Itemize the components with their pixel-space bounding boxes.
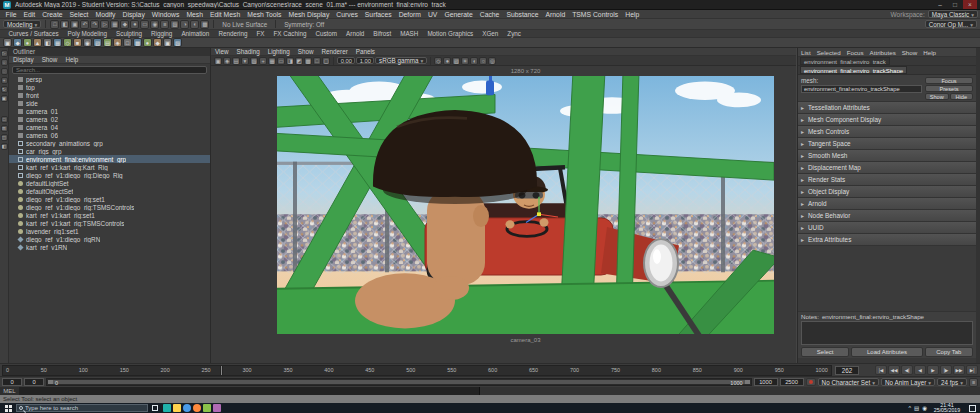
select-button[interactable]: Select [801, 347, 849, 357]
attribute-section-header[interactable]: Tangent Space [798, 138, 976, 150]
range-handle-right[interactable] [745, 380, 750, 384]
menu-item[interactable]: Edit Mesh [207, 11, 244, 18]
task-view-icon[interactable] [150, 404, 159, 413]
shelf-tab[interactable]: FX Caching [269, 30, 311, 37]
shelf-tool-icon[interactable]: ▩ [133, 38, 142, 47]
playback-start-field[interactable]: 0 [24, 378, 44, 386]
shelf-tool-icon[interactable]: ▤ [103, 38, 112, 47]
play-backward-button[interactable]: ◀ [914, 365, 926, 375]
outliner-item[interactable]: kart_ref_v1RN [9, 243, 210, 251]
menu-set-selector[interactable]: Modeling [3, 20, 41, 28]
taskbar-search-input[interactable] [25, 405, 145, 411]
exposure-field[interactable]: 0.00 [337, 57, 355, 65]
attribute-section-header[interactable]: Arnold [798, 198, 976, 210]
attribute-section-header[interactable]: Render Stats [798, 174, 976, 186]
minimize-button[interactable]: – [933, 0, 947, 9]
outliner-layout-icon[interactable]: ◧ [1, 143, 8, 150]
render-settings-icon[interactable]: ▩ [200, 20, 209, 29]
attribute-editor-tab[interactable]: environment_final:enviro_track [800, 57, 890, 65]
attribute-section-header[interactable]: Displacement Map [798, 162, 976, 174]
action-center-icon[interactable] [969, 405, 976, 412]
menu-item[interactable]: Modify [92, 11, 119, 18]
outliner-item[interactable]: lavender_rig1:set1 [9, 227, 210, 235]
menu-item[interactable]: Edit [20, 11, 39, 18]
outliner-item[interactable]: diego_ref_v1:diego_rig:Diego_Rig [9, 171, 210, 179]
attribute-editor-menu-item[interactable]: Show [899, 48, 920, 56]
scale-tool-icon[interactable]: ▣ [1, 95, 8, 102]
attribute-section-header[interactable]: Mesh Component Display [798, 114, 976, 126]
lasso-tool-icon[interactable]: ○ [1, 59, 8, 66]
outliner-item[interactable]: diego_ref_v1:diego_rig:TSMSControls [9, 203, 210, 211]
redo-icon[interactable]: ↷ [90, 20, 99, 29]
select-camera-icon[interactable]: ▣ [214, 57, 222, 65]
paint-select-tool-icon[interactable]: ◌ [1, 68, 8, 75]
menu-item[interactable]: Mesh Tools [244, 11, 285, 18]
mel-toggle[interactable]: MEL [0, 387, 20, 395]
outliner-item[interactable]: camera_06 [9, 131, 210, 139]
shelf-tab[interactable]: MASH [396, 30, 423, 37]
make-live-icon[interactable]: ◉ [150, 20, 159, 29]
menu-item[interactable]: Cache [476, 11, 503, 18]
render-view-icon[interactable]: ▧ [170, 20, 179, 29]
render-frame-icon[interactable]: ◑ [180, 20, 189, 29]
shelf-tab[interactable]: Curves / Surfaces [4, 30, 63, 37]
shelf-tool-icon[interactable]: ● [143, 38, 152, 47]
shelf-tool-icon[interactable]: ▲ [33, 38, 42, 47]
menu-item[interactable]: Mesh Display [285, 11, 333, 18]
shelf-tool-icon[interactable]: ◈ [113, 38, 122, 47]
attribute-section-header[interactable]: Extra Attributes [798, 234, 976, 246]
step-back-button[interactable]: ◀| [901, 365, 913, 375]
shelf-tab[interactable]: Animation [177, 30, 214, 37]
shelf-tab[interactable]: FX [252, 30, 269, 37]
xray-icon[interactable]: ○ [479, 57, 487, 65]
shelf-tab[interactable]: Rigging [147, 30, 177, 37]
shelf-tool-icon[interactable]: ◉ [83, 38, 92, 47]
outliner-item[interactable]: environment_final:environment_grp [9, 155, 210, 163]
shelf-tool-icon[interactable]: ▧ [173, 38, 182, 47]
viewport-render[interactable] [277, 76, 774, 334]
outliner-item[interactable]: camera_04 [9, 123, 210, 131]
shelf-tool-icon[interactable]: ◧ [43, 38, 52, 47]
attribute-editor-menu-item[interactable]: Attributes [867, 48, 899, 56]
prev-key-button[interactable]: ◀◀ [888, 365, 900, 375]
auto-key-icon[interactable] [806, 378, 816, 386]
attribute-editor-menu-item[interactable]: List [798, 48, 814, 56]
symmetry-label[interactable]: Symmetry: Off [284, 21, 324, 28]
menu-item[interactable]: UV [424, 11, 440, 18]
outliner-menu-item[interactable]: Help [61, 56, 82, 63]
load-attributes-button[interactable]: Load Attributes [851, 347, 922, 357]
command-input[interactable] [20, 387, 480, 395]
attribute-section-header[interactable]: Object Display [798, 186, 976, 198]
shelf-tab[interactable]: Motion Graphics [423, 30, 478, 37]
isolate-select-icon[interactable]: ◎ [488, 57, 496, 65]
viewport-menu-item[interactable]: Lighting [264, 48, 294, 55]
grid-icon[interactable]: ▦ [268, 57, 276, 65]
anim-layer-selector[interactable]: No Anim Layer [881, 378, 935, 386]
taskbar-explorer-icon[interactable] [173, 404, 181, 412]
taskbar-app-icon[interactable] [213, 404, 221, 412]
range-handle-left[interactable] [48, 380, 53, 384]
undo-icon[interactable]: ↶ [80, 20, 89, 29]
2d-pan-zoom-icon[interactable]: + [259, 57, 267, 65]
show-button[interactable]: Show [925, 93, 949, 100]
shelf-tool-icon[interactable]: ▣ [3, 38, 12, 47]
outliner-item[interactable]: diego_ref_v1:diego_rigRN [9, 235, 210, 243]
workspace-selector[interactable]: Maya Classic [928, 10, 978, 18]
new-scene-icon[interactable]: □ [50, 20, 59, 29]
snap-plane-icon[interactable]: ▭ [140, 20, 149, 29]
viewport-menu-item[interactable]: View [211, 48, 233, 55]
viewport-menu-item[interactable]: Panels [352, 48, 379, 55]
save-scene-icon[interactable]: ▣ [70, 20, 79, 29]
custom-menu-selector[interactable]: Conor Op M... [925, 20, 977, 28]
shelf-tool-icon[interactable]: ◆ [13, 38, 22, 47]
menu-item[interactable]: Select [66, 11, 92, 18]
playback-range-bar[interactable] [48, 380, 750, 384]
outliner-item[interactable]: kart_ref_v1:kart_rig:TSMSControls [9, 219, 210, 227]
outliner-item[interactable]: secondary_animations_grp [9, 139, 210, 147]
shaded-icon[interactable]: ● [443, 57, 451, 65]
range-slider-track[interactable]: 0 1000 [46, 378, 752, 386]
notes-textarea[interactable] [801, 321, 973, 345]
shelf-tool-icon[interactable]: ▦ [53, 38, 62, 47]
construction-history-icon[interactable]: ≡ [160, 20, 169, 29]
attribute-section-header[interactable]: Node Behavior [798, 210, 976, 222]
